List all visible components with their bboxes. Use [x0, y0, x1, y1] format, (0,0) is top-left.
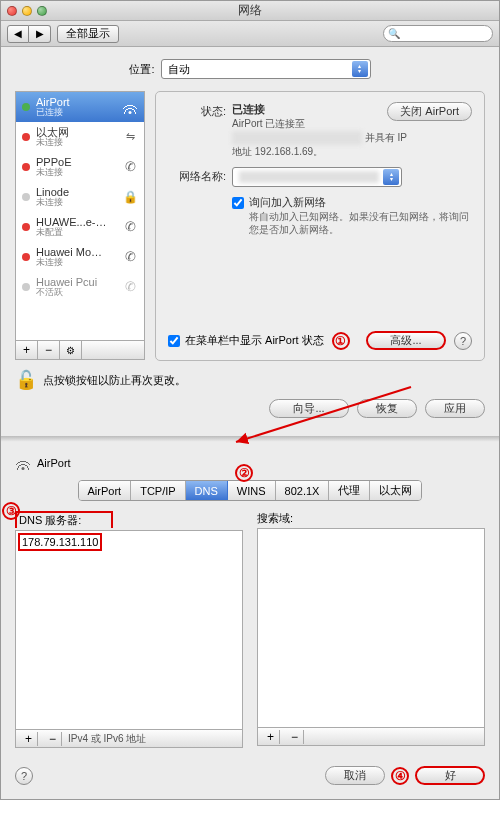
show-all-button[interactable]: 全部显示 [57, 25, 119, 43]
stepper-icon [383, 169, 399, 185]
zoom-window-button[interactable] [37, 6, 47, 16]
annotation-2: ② [235, 464, 253, 482]
ask-join-hint: 将自动加入已知网络。如果没有已知网络，将询问您是否加入新网络。 [249, 210, 472, 236]
annotation-3: ③ [2, 502, 20, 520]
interface-list-footer: + − [15, 341, 145, 360]
status-dot [22, 163, 30, 171]
tab-bar: AirPort TCP/IP DNS WINS 802.1X 代理 以太网 [78, 480, 423, 501]
status-dot [22, 283, 30, 291]
sidebar-item-huawei-pcui[interactable]: Huawei Pcui不活跃 ✆ [16, 272, 144, 302]
sheet-title: AirPort [37, 457, 71, 469]
lock-icon[interactable]: 🔓 [15, 369, 37, 391]
status-dot [22, 103, 30, 111]
tab-8021x[interactable]: 802.1X [276, 481, 330, 500]
help-button[interactable]: ? [454, 332, 472, 350]
status-dot [22, 223, 30, 231]
revert-button[interactable]: 恢复 [357, 399, 417, 418]
minimize-window-button[interactable] [22, 6, 32, 16]
sidebar-item-airport[interactable]: AirPort已连接 [16, 92, 144, 122]
interface-actions-button[interactable] [60, 341, 82, 359]
ok-button[interactable]: 好 [415, 766, 485, 785]
tab-tcpip[interactable]: TCP/IP [131, 481, 185, 500]
advanced-button[interactable]: 高级... [366, 331, 446, 350]
phone-icon: ✆ [122, 160, 138, 174]
status-dot [22, 193, 30, 201]
ethernet-icon: ⇋ [122, 130, 138, 144]
sidebar-item-huawei-mms[interactable]: HUAWE...e-MMS未配置 ✆ [16, 212, 144, 242]
status-dot [22, 133, 30, 141]
location-label: 位置: [129, 62, 154, 77]
search-domains-list[interactable] [257, 528, 485, 728]
location-select[interactable]: 自动 [161, 59, 371, 79]
close-window-button[interactable] [7, 6, 17, 16]
annotation-1: ① [332, 332, 350, 350]
apply-button[interactable]: 应用 [425, 399, 485, 418]
search-icon: 🔍 [388, 28, 400, 39]
add-dns-button[interactable]: + [20, 732, 38, 746]
traffic-lights [7, 6, 47, 16]
show-menubar-label: 在菜单栏中显示 AirPort 状态 [185, 333, 324, 348]
interface-list[interactable]: AirPort已连接 以太网未连接 ⇋ PPPoE未连接 ✆ [15, 91, 145, 341]
network-name-select[interactable] [232, 167, 402, 187]
nav-back-forward: ◀ ▶ [7, 25, 51, 43]
phone-icon: ✆ [122, 250, 138, 264]
remove-interface-button[interactable]: − [38, 341, 60, 359]
blurred-ssid [232, 131, 362, 145]
forward-button[interactable]: ▶ [29, 25, 51, 43]
search-domains-label: 搜索域: [257, 511, 485, 526]
cancel-button[interactable]: 取消 [325, 766, 385, 785]
main-pane: 位置: 自动 AirPort已连接 以太网未连接 ⇋ [1, 47, 499, 436]
back-button[interactable]: ◀ [7, 25, 29, 43]
turn-off-airport-button[interactable]: 关闭 AirPort [387, 102, 472, 121]
tab-dns[interactable]: DNS [186, 481, 228, 500]
search-field[interactable]: 🔍 [383, 25, 493, 42]
status-value: 已连接 [232, 103, 265, 115]
tab-ethernet[interactable]: 以太网 [370, 481, 421, 500]
lock-hint: 点按锁按钮以防止再次更改。 [43, 373, 186, 388]
add-search-domain-button[interactable]: + [262, 730, 280, 744]
detail-pane: 状态: 已连接 关闭 AirPort AirPort 已连接至 并具有 IP 地… [155, 91, 485, 361]
status-dot [22, 253, 30, 261]
ask-join-checkbox[interactable] [232, 197, 244, 209]
advanced-sheet: AirPort ② AirPort TCP/IP DNS WINS 802.1X… [1, 442, 499, 799]
show-menubar-checkbox[interactable] [168, 335, 180, 347]
sidebar-item-linode[interactable]: Linode未连接 🔒 [16, 182, 144, 212]
network-name-label: 网络名称: [168, 167, 226, 184]
tab-wins[interactable]: WINS [228, 481, 276, 500]
toolbar: ◀ ▶ 全部显示 🔍 [1, 21, 499, 47]
ask-join-label: 询问加入新网络 [249, 195, 326, 210]
sidebar-item-huawei-modem[interactable]: Huawei Modem未连接 ✆ [16, 242, 144, 272]
dns-entry[interactable]: 178.79.131.110 [18, 533, 102, 551]
blurred-ssid-select [239, 171, 379, 183]
location-value: 自动 [168, 62, 190, 77]
ipv-note: IPv4 或 IPv6 地址 [68, 732, 146, 746]
tab-airport[interactable]: AirPort [79, 481, 132, 500]
status-label: 状态: [168, 102, 226, 119]
phone-icon: ✆ [122, 220, 138, 234]
window-title: 网络 [238, 2, 262, 19]
sidebar-item-pppoe[interactable]: PPPoE未连接 ✆ [16, 152, 144, 182]
help-button[interactable]: ? [15, 767, 33, 785]
wifi-icon [15, 456, 31, 470]
sidebar-item-ethernet[interactable]: 以太网未连接 ⇋ [16, 122, 144, 152]
titlebar: 网络 [1, 1, 499, 21]
assist-button[interactable]: 向导... [269, 399, 349, 418]
wifi-icon [122, 100, 138, 114]
annotation-4: ④ [391, 767, 409, 785]
phone-icon: ✆ [122, 280, 138, 294]
network-prefs-window: 网络 ◀ ▶ 全部显示 🔍 位置: 自动 AirPort已连接 [0, 0, 500, 800]
remove-search-domain-button[interactable]: − [286, 730, 304, 744]
add-interface-button[interactable]: + [16, 341, 38, 359]
tab-proxy[interactable]: 代理 [329, 481, 370, 500]
dns-servers-label: DNS 服务器: [15, 511, 113, 528]
stepper-icon [352, 61, 368, 77]
dns-servers-list[interactable]: 178.79.131.110 [15, 530, 243, 730]
lock-icon: 🔒 [122, 190, 138, 204]
remove-dns-button[interactable]: − [44, 732, 62, 746]
interface-sidebar: AirPort已连接 以太网未连接 ⇋ PPPoE未连接 ✆ [15, 91, 145, 361]
